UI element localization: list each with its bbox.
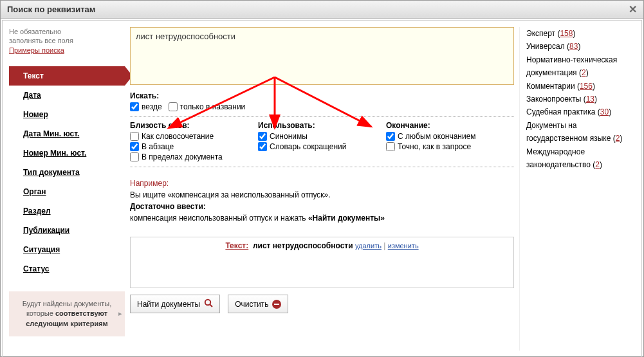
- window-title: Поиск по реквизитам: [7, 5, 95, 14]
- nav-tab-minjust-number[interactable]: Номер Мин. юст.: [9, 143, 125, 163]
- cb-synonyms[interactable]: Синонимы: [258, 132, 386, 141]
- proximity-group: Близость слов: Как словосочетание В абза…: [130, 121, 258, 163]
- button-row: Найти документы Очистить: [130, 295, 514, 313]
- cat-link[interactable]: 83: [569, 42, 578, 51]
- svg-line-1: [210, 304, 212, 307]
- cat-item: Судебная практика (30): [526, 105, 635, 118]
- query-input[interactable]: лист нетрудоспособности: [130, 27, 514, 85]
- cat-item: Документы на государственном языке (2): [526, 119, 635, 145]
- cat-link[interactable]: 2: [595, 160, 600, 169]
- proximity-label: Близость слов:: [130, 121, 258, 130]
- cat-link[interactable]: 158: [560, 29, 573, 38]
- nav-tab-minjust-date[interactable]: Дата Мин. юст.: [9, 124, 125, 143]
- criteria-value: лист нетрудоспособности: [253, 241, 353, 250]
- cat-item: Международное законодательство (2): [526, 145, 635, 172]
- nav-tab-authority[interactable]: Орган: [9, 182, 125, 201]
- search-icon: [204, 298, 213, 309]
- cb-any-ending[interactable]: С любым окончанием: [386, 132, 514, 141]
- clear-icon: [272, 300, 281, 309]
- nav-tab-number[interactable]: Номер: [9, 105, 125, 124]
- use-label: Использовать:: [258, 121, 386, 130]
- example-block: Например: Вы ищите «компенсация за неисп…: [130, 178, 514, 224]
- sidebar-left: Не обязательно заполнять все поля Пример…: [9, 27, 125, 351]
- find-button[interactable]: Найти документы: [130, 295, 220, 313]
- cat-item: Нормативно-техническая документация (2): [526, 53, 635, 80]
- search-in-label: Искать:: [130, 91, 514, 100]
- criteria-summary-hint[interactable]: Будут найдены документы, которые соответ…: [9, 291, 125, 336]
- nav-tab-date[interactable]: Дата: [9, 86, 125, 105]
- nav-tab-section[interactable]: Раздел: [9, 201, 125, 221]
- titlebar: Поиск по реквизитам ✕: [1, 1, 643, 19]
- main-panel: лист нетрудоспособности Искать: везде то…: [130, 27, 514, 351]
- options-columns: Близость слов: Как словосочетание В абза…: [130, 121, 514, 163]
- search-by-requisites-window: Поиск по реквизитам ✕ Не обязательно зап…: [0, 0, 644, 357]
- cat-link[interactable]: 13: [586, 95, 594, 104]
- nav-tabs: Текст Дата Номер Дата Мин. юст. Номер Ми…: [9, 66, 125, 279]
- hint-text: Не обязательно заполнять все поля Пример…: [9, 27, 125, 55]
- close-icon[interactable]: ✕: [629, 3, 637, 15]
- cb-everywhere[interactable]: везде: [130, 102, 162, 111]
- criteria-delete-link[interactable]: удалить: [355, 242, 382, 250]
- use-group: Использовать: Синонимы Словарь сокращени…: [258, 121, 386, 163]
- criteria-bar[interactable]: Текст: лист нетрудоспособности удалить |…: [130, 237, 514, 288]
- ending-label: Окончание:: [386, 121, 514, 130]
- criteria-edit-link[interactable]: изменить: [388, 242, 419, 250]
- cb-title-only[interactable]: только в названии: [169, 102, 246, 111]
- content-area: Не обязательно заполнять все поля Пример…: [2, 20, 642, 357]
- examples-link[interactable]: Примеры поиска: [9, 46, 64, 54]
- cat-link[interactable]: 2: [582, 68, 586, 77]
- cb-phrase[interactable]: Как словосочетание: [130, 132, 258, 141]
- nav-tab-situation[interactable]: Ситуация: [9, 240, 125, 259]
- cat-item: Эксперт (158): [526, 27, 635, 40]
- example-header: Например:: [130, 179, 169, 188]
- cb-paragraph[interactable]: В абзаце: [130, 142, 258, 151]
- nav-tab-text[interactable]: Текст: [9, 66, 125, 86]
- cb-abbrev[interactable]: Словарь сокращений: [258, 142, 386, 151]
- cat-item: Комментарии (156): [526, 80, 635, 93]
- nav-tab-doc-type[interactable]: Тип документа: [9, 163, 125, 182]
- criteria-label: Текст:: [225, 241, 248, 250]
- search-in-group: Искать: везде только в названии: [130, 91, 514, 121]
- cat-link[interactable]: 30: [600, 107, 609, 116]
- cb-exact-ending[interactable]: Точно, как в запросе: [386, 142, 514, 151]
- nav-tab-status[interactable]: Статус: [9, 259, 125, 279]
- cat-link[interactable]: 156: [580, 82, 593, 91]
- nav-tab-publications[interactable]: Публикации: [9, 221, 125, 240]
- cb-document[interactable]: В пределах документа: [130, 152, 258, 161]
- cat-link[interactable]: 2: [616, 134, 620, 143]
- cat-item: Законопроекты (13): [526, 93, 635, 105]
- sidebar-right: Эксперт (158) Универсал (83) Нормативно-…: [519, 27, 635, 351]
- cat-item: Универсал (83): [526, 40, 635, 53]
- svg-point-0: [205, 300, 210, 305]
- clear-button[interactable]: Очистить: [228, 295, 288, 313]
- ending-group: Окончание: С любым окончанием Точно, как…: [386, 121, 514, 163]
